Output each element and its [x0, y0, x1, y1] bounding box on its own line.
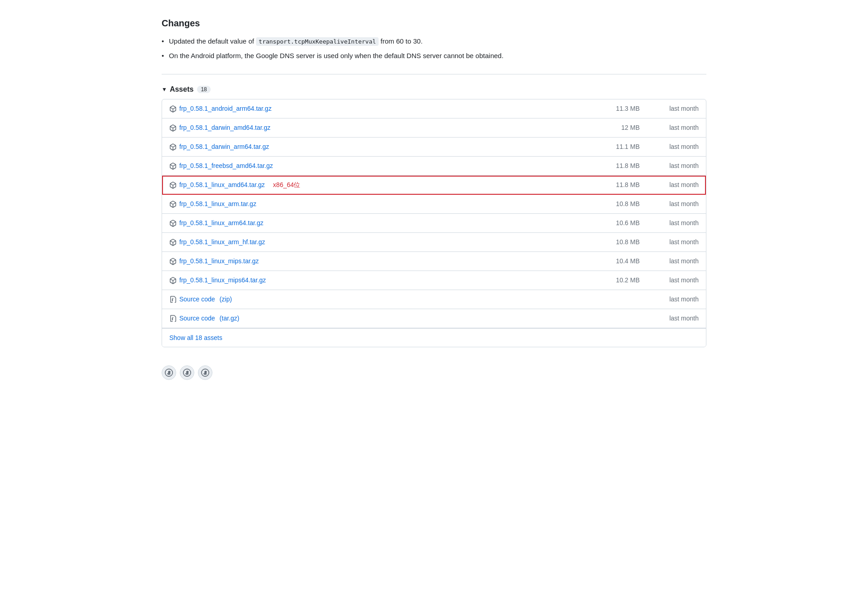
asset-link-4[interactable]: frp_0.58.1_freebsd_amd64.tar.gz: [179, 161, 273, 171]
source-code-link-zip[interactable]: Source code: [179, 295, 215, 304]
asset-size-10: 10.2 MB: [585, 276, 640, 285]
package-icon-6: [169, 201, 177, 208]
asset-row-3: frp_0.58.1_darwin_arm64.tar.gz 11.1 MB l…: [162, 138, 706, 157]
asset-link-9[interactable]: frp_0.58.1_linux_mips.tar.gz: [179, 256, 259, 266]
package-icon-3: [169, 143, 177, 151]
asset-link-8[interactable]: frp_0.58.1_linux_arm_hf.tar.gz: [179, 237, 265, 247]
package-icon-7: [169, 220, 177, 227]
asset-size-9: 10.4 MB: [585, 256, 640, 266]
asset-name-col-4: frp_0.58.1_freebsd_amd64.tar.gz: [169, 161, 585, 171]
asset-name-col-2: frp_0.58.1_darwin_amd64.tar.gz: [169, 123, 585, 133]
asset-row-1: frp_0.58.1_android_arm64.tar.gz 11.3 MB …: [162, 99, 706, 118]
asset-row-source-zip: Source code (zip) last month: [162, 290, 706, 309]
zip-icon-2: [169, 315, 177, 322]
avatar-2[interactable]: [180, 365, 194, 380]
asset-row-5-highlighted: frp_0.58.1_linux_amd64.tar.gz x86_64位 11…: [162, 176, 706, 195]
asset-annotation-5: x86_64位: [273, 180, 300, 190]
asset-row-7: frp_0.58.1_linux_arm64.tar.gz 10.6 MB la…: [162, 214, 706, 233]
source-code-ext-zip: (zip): [220, 295, 232, 304]
asset-time-source-zip: last month: [640, 295, 699, 304]
asset-size-5: 11.8 MB: [585, 180, 640, 190]
change-text-2: On the Android platform, the Google DNS …: [169, 52, 503, 59]
asset-row-2: frp_0.58.1_darwin_amd64.tar.gz 12 MB las…: [162, 118, 706, 138]
asset-time-8: last month: [640, 237, 699, 247]
asset-time-2: last month: [640, 123, 699, 133]
asset-time-10: last month: [640, 276, 699, 285]
asset-row-4: frp_0.58.1_freebsd_amd64.tar.gz 11.8 MB …: [162, 157, 706, 176]
asset-name-col-5: frp_0.58.1_linux_amd64.tar.gz x86_64位: [169, 180, 585, 190]
assets-section: ▼ Assets 18 frp_0.58.1_android_arm64.tar…: [162, 85, 706, 347]
asset-size-4: 11.8 MB: [585, 161, 640, 171]
asset-name-col-7: frp_0.58.1_linux_arm64.tar.gz: [169, 218, 585, 228]
asset-name-col-9: frp_0.58.1_linux_mips.tar.gz: [169, 256, 585, 266]
assets-list: frp_0.58.1_android_arm64.tar.gz 11.3 MB …: [162, 99, 706, 347]
asset-time-6: last month: [640, 199, 699, 209]
assets-title: Assets: [170, 85, 193, 94]
assets-count-badge: 18: [197, 86, 210, 93]
avatar-3[interactable]: [198, 365, 212, 380]
package-icon-4: [169, 163, 177, 170]
show-all-assets-link[interactable]: Show all 18 assets: [169, 334, 222, 341]
asset-link-3[interactable]: frp_0.58.1_darwin_arm64.tar.gz: [179, 142, 269, 152]
package-icon-5: [169, 182, 177, 189]
assets-header: ▼ Assets 18: [162, 85, 706, 94]
asset-link-1[interactable]: frp_0.58.1_android_arm64.tar.gz: [179, 104, 271, 113]
asset-name-col-1: frp_0.58.1_android_arm64.tar.gz: [169, 104, 585, 113]
asset-row-6: frp_0.58.1_linux_arm.tar.gz 10.8 MB last…: [162, 195, 706, 214]
asset-time-9: last month: [640, 256, 699, 266]
avatar-1[interactable]: [162, 365, 176, 380]
asset-time-7: last month: [640, 218, 699, 228]
asset-size-1: 11.3 MB: [585, 104, 640, 113]
toggle-arrow-icon: ▼: [162, 86, 167, 93]
package-icon-9: [169, 258, 177, 265]
asset-link-10[interactable]: frp_0.58.1_linux_mips64.tar.gz: [179, 276, 266, 285]
source-code-ext-targz: (tar.gz): [220, 314, 240, 323]
zip-icon-1: [169, 296, 177, 303]
asset-link-6[interactable]: frp_0.58.1_linux_arm.tar.gz: [179, 199, 256, 209]
asset-row-10: frp_0.58.1_linux_mips64.tar.gz 10.2 MB l…: [162, 271, 706, 290]
asset-name-col-source-zip: Source code (zip): [169, 295, 585, 304]
changes-section: Changes Updated the default value of tra…: [162, 11, 706, 74]
show-all-row: Show all 18 assets: [162, 328, 706, 347]
asset-size-6: 10.8 MB: [585, 199, 640, 209]
asset-time-4: last month: [640, 161, 699, 171]
asset-size-2: 12 MB: [585, 123, 640, 133]
asset-link-7[interactable]: frp_0.58.1_linux_arm64.tar.gz: [179, 218, 263, 228]
asset-time-5: last month: [640, 180, 699, 190]
change-item-2: On the Android platform, the Google DNS …: [162, 49, 706, 63]
asset-name-col-source-targz: Source code (tar.gz): [169, 314, 585, 323]
changes-title: Changes: [162, 18, 706, 29]
page-container: Changes Updated the default value of tra…: [162, 11, 706, 380]
bottom-row: [162, 358, 706, 380]
asset-name-col-10: frp_0.58.1_linux_mips64.tar.gz: [169, 276, 585, 285]
asset-name-col-8: frp_0.58.1_linux_arm_hf.tar.gz: [169, 237, 585, 247]
asset-time-1: last month: [640, 104, 699, 113]
asset-size-7: 10.6 MB: [585, 218, 640, 228]
package-icon-10: [169, 277, 177, 284]
asset-name-col-3: frp_0.58.1_darwin_arm64.tar.gz: [169, 142, 585, 152]
asset-time-3: last month: [640, 142, 699, 152]
asset-row-source-targz: Source code (tar.gz) last month: [162, 309, 706, 328]
source-code-link-targz[interactable]: Source code: [179, 314, 215, 323]
package-icon-2: [169, 124, 177, 132]
asset-row-8: frp_0.58.1_linux_arm_hf.tar.gz 10.8 MB l…: [162, 233, 706, 252]
change-text-before-1: Updated the default value of: [169, 37, 256, 45]
change-text-after-1: from 60 to 30.: [380, 37, 423, 45]
assets-toggle-button[interactable]: ▼ Assets: [162, 85, 193, 94]
asset-link-2[interactable]: frp_0.58.1_darwin_amd64.tar.gz: [179, 123, 271, 133]
change-code-1: transport.tcpMuxKeepaliveInterval: [256, 37, 379, 46]
changes-list: Updated the default value of transport.t…: [162, 34, 706, 63]
package-icon-8: [169, 239, 177, 246]
asset-row-9: frp_0.58.1_linux_mips.tar.gz 10.4 MB las…: [162, 252, 706, 271]
package-icon-1: [169, 105, 177, 113]
asset-link-5[interactable]: frp_0.58.1_linux_amd64.tar.gz: [179, 180, 265, 190]
change-item-1: Updated the default value of transport.t…: [162, 34, 706, 49]
asset-size-8: 10.8 MB: [585, 237, 640, 247]
asset-name-col-6: frp_0.58.1_linux_arm.tar.gz: [169, 199, 585, 209]
asset-size-3: 11.1 MB: [585, 142, 640, 152]
asset-time-source-targz: last month: [640, 314, 699, 323]
